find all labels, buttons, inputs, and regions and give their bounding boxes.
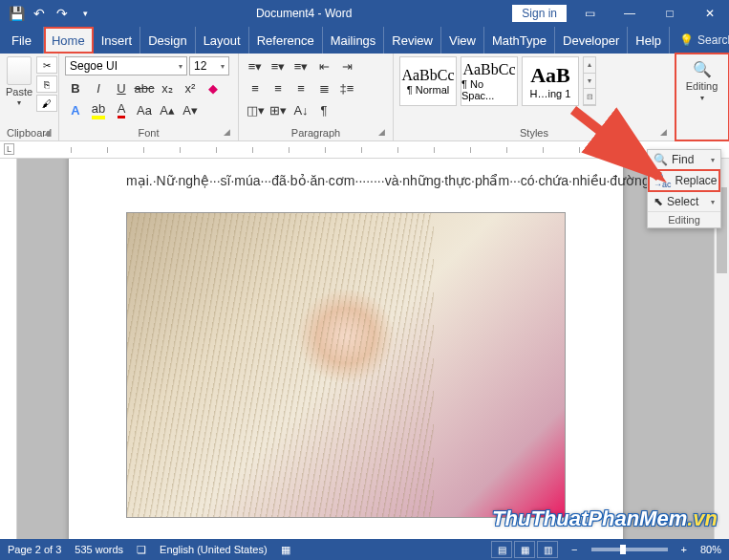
style-no-spacing[interactable]: AaBbCc ¶ No Spac... [461, 56, 518, 106]
text-effects-icon[interactable]: A [65, 100, 86, 119]
subscript-button[interactable]: x₂ [157, 78, 178, 97]
increase-indent-icon[interactable]: ⇥ [336, 56, 357, 75]
zoom-level[interactable]: 80% [700, 544, 721, 555]
copy-icon[interactable]: ⎘ [36, 75, 57, 93]
tab-view[interactable]: View [441, 27, 484, 54]
font-name-combo[interactable]: Segoe UI▾ [65, 56, 187, 75]
paragraph-group-label: Paragraph [291, 127, 340, 139]
shading-icon[interactable]: ◫▾ [245, 100, 266, 119]
group-styles: AaBbCc ¶ Normal AaBbCc ¶ No Spac... AaB … [394, 54, 675, 140]
strikethrough-button[interactable]: abc [134, 78, 155, 97]
tab-mailings[interactable]: Mailings [323, 27, 385, 54]
window-title: Document4 - Word [96, 7, 512, 20]
editing-panel-label: Editing [648, 211, 720, 227]
grow-font-icon[interactable]: A▴ [157, 100, 178, 119]
macro-icon[interactable]: ▦ [281, 544, 290, 556]
horizontal-ruler[interactable]: L [0, 141, 729, 159]
tab-developer[interactable]: Developer [555, 27, 628, 54]
style-normal[interactable]: AaBbCc ¶ Normal [399, 56, 457, 106]
watermark: ThuThuatPhanMem.vn [492, 506, 718, 531]
line-spacing-icon[interactable]: ‡≡ [336, 78, 357, 97]
tab-help[interactable]: Help [628, 27, 670, 54]
bold-button[interactable]: B [65, 78, 86, 97]
borders-icon[interactable]: ⊞▾ [268, 100, 289, 119]
find-button[interactable]: 🔍 Find ▾ [648, 150, 720, 169]
lightbulb-icon: 💡 [679, 33, 694, 47]
print-layout-icon[interactable]: ▦ [514, 541, 535, 558]
numbering-icon[interactable]: ≡▾ [268, 56, 289, 75]
show-hide-marks-icon[interactable]: ¶ [313, 100, 334, 119]
cursor-icon: ⬉ [654, 195, 663, 208]
bullets-icon[interactable]: ≡▾ [245, 56, 266, 75]
minimize-icon[interactable]: — [612, 0, 647, 27]
tab-review[interactable]: Review [384, 27, 441, 54]
styles-launcher-icon[interactable]: ◢ [660, 127, 667, 137]
qat-customize-icon[interactable]: ▾ [75, 3, 96, 24]
tab-design[interactable]: Design [140, 27, 195, 54]
highlight-icon[interactable]: ab [88, 100, 109, 119]
vertical-ruler[interactable] [0, 159, 17, 539]
spell-check-icon[interactable]: ❏ [137, 544, 146, 556]
view-buttons: ▤ ▦ ▥ [491, 541, 558, 558]
word-count[interactable]: 535 words [75, 544, 123, 555]
paste-button[interactable]: Paste ▾ [6, 56, 32, 107]
group-editing: 🔍 Editing ▾ [675, 54, 729, 140]
editing-dropdown-panel: 🔍 Find ▾ ab→ac Replace ⬉ Select ▾ Editin… [647, 149, 721, 228]
styles-gallery-scroll[interactable]: ▴▾⊟ [583, 56, 596, 106]
shrink-font-icon[interactable]: A▾ [180, 100, 201, 119]
italic-button[interactable]: I [88, 78, 109, 97]
tab-references[interactable]: Reference [249, 27, 323, 54]
sort-icon[interactable]: A↓ [290, 100, 311, 119]
paragraph-launcher-icon[interactable]: ◢ [378, 127, 385, 137]
tab-file[interactable]: File [0, 27, 44, 54]
decrease-indent-icon[interactable]: ⇤ [313, 56, 334, 75]
quick-access-toolbar: 💾 ↶ ↷ ▾ [0, 3, 96, 24]
sign-in-button[interactable]: Sign in [512, 5, 567, 22]
ribbon: Paste ▾ ✂ ⎘ 🖌 Clipboard◢ Segoe UI▾ 12▾ B… [0, 54, 729, 141]
close-icon[interactable]: ✕ [693, 0, 727, 27]
select-button[interactable]: ⬉ Select ▾ [648, 192, 720, 211]
clear-formatting-icon[interactable]: ◆ [203, 78, 224, 97]
document-area[interactable]: mại.·Nữ·nghệ···sĩ·múa···đã·bỏ·ăn·cơm····… [17, 159, 729, 539]
status-bar: Page 2 of 3 535 words ❏ English (United … [0, 539, 729, 560]
format-painter-icon[interactable]: 🖌 [36, 95, 57, 112]
zoom-slider[interactable] [591, 548, 668, 551]
document-image[interactable] [126, 212, 566, 518]
multilevel-list-icon[interactable]: ≡▾ [290, 56, 311, 75]
style-heading-1[interactable]: AaB H…ing 1 [522, 56, 579, 106]
search-field[interactable]: 💡 Search [679, 33, 729, 47]
redo-icon[interactable]: ↷ [52, 3, 73, 24]
tab-home[interactable]: Home [44, 27, 94, 54]
maximize-icon[interactable]: □ [653, 0, 687, 27]
align-left-icon[interactable]: ≡ [245, 78, 266, 97]
tab-layout[interactable]: Layout [196, 27, 249, 54]
read-mode-icon[interactable]: ▤ [491, 541, 512, 558]
ribbon-display-options-icon[interactable]: ▭ [572, 0, 607, 27]
group-font: Segoe UI▾ 12▾ B I U abc x₂ x² ◆ A ab A A… [59, 54, 239, 140]
font-color-icon[interactable]: A [111, 100, 132, 119]
align-center-icon[interactable]: ≡ [268, 78, 289, 97]
clipboard-launcher-icon[interactable]: ◢ [44, 127, 51, 137]
replace-button[interactable]: ab→ac Replace [648, 169, 720, 192]
document-page[interactable]: mại.·Nữ·nghệ···sĩ·múa···đã·bỏ·ăn·cơm····… [69, 159, 623, 539]
undo-icon[interactable]: ↶ [29, 3, 50, 24]
tab-insert[interactable]: Insert [94, 27, 141, 54]
web-layout-icon[interactable]: ▥ [537, 541, 558, 558]
justify-icon[interactable]: ≣ [313, 78, 334, 97]
change-case-button[interactable]: Aa [134, 100, 155, 119]
cut-icon[interactable]: ✂ [36, 56, 57, 74]
page-indicator[interactable]: Page 2 of 3 [8, 544, 61, 555]
superscript-button[interactable]: x² [180, 78, 201, 97]
align-right-icon[interactable]: ≡ [290, 78, 311, 97]
zoom-out-icon[interactable]: − [571, 544, 577, 555]
language-indicator[interactable]: English (United States) [160, 544, 268, 555]
paste-label: Paste [6, 86, 32, 97]
zoom-in-icon[interactable]: + [681, 544, 687, 555]
editing-dropdown-button[interactable]: 🔍 Editing ▾ [681, 56, 722, 102]
document-text[interactable]: mại.·Nữ·nghệ···sĩ·múa···đã·bỏ·ăn·cơm····… [126, 170, 566, 193]
font-launcher-icon[interactable]: ◢ [224, 127, 230, 137]
underline-button[interactable]: U [111, 78, 132, 97]
font-size-combo[interactable]: 12▾ [189, 56, 229, 75]
save-icon[interactable]: 💾 [6, 3, 27, 24]
tab-mathtype[interactable]: MathType [484, 27, 555, 54]
